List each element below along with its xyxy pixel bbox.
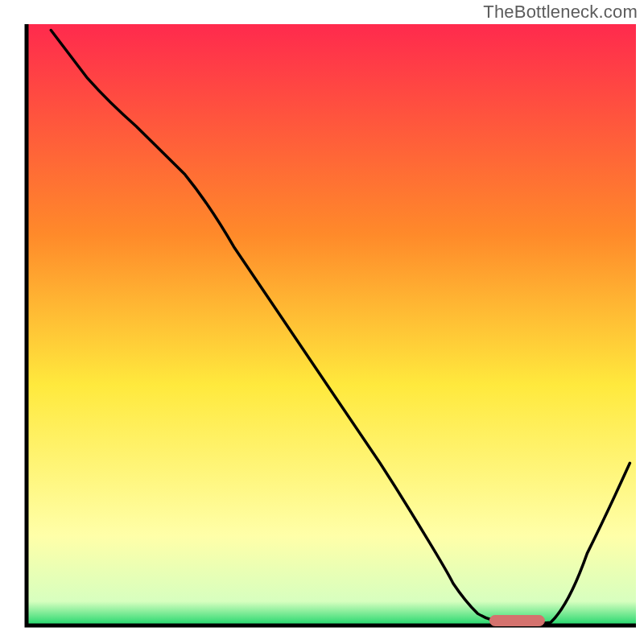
chart-frame: TheBottleneck.com <box>0 0 644 644</box>
gradient-background <box>27 24 636 625</box>
optimal-range-marker <box>489 616 544 626</box>
plot-area <box>27 24 636 626</box>
watermark-text: TheBottleneck.com <box>483 2 638 23</box>
bottleneck-chart <box>0 0 644 644</box>
